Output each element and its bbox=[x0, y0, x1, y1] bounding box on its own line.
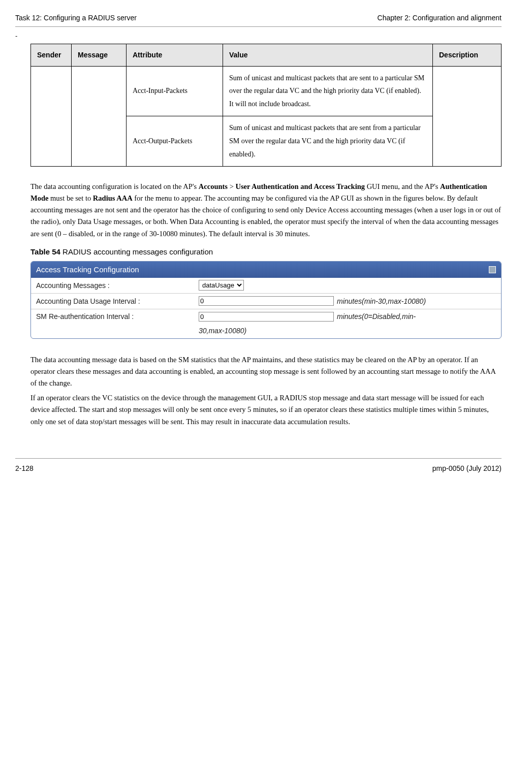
config-hint: minutes(min-30,max-10080) bbox=[337, 296, 426, 307]
page-header: Task 12: Configuring a RADIUS server Cha… bbox=[15, 12, 502, 23]
config-label: Accounting Data Usage Interval : bbox=[36, 296, 199, 307]
collapse-icon[interactable] bbox=[489, 266, 496, 273]
cell-description bbox=[433, 66, 502, 166]
config-row: Accounting Messages : dataUsage bbox=[31, 278, 501, 293]
dash-marker: - bbox=[15, 31, 502, 42]
footer-left: 2-128 bbox=[15, 463, 34, 474]
accounting-messages-select[interactable]: dataUsage bbox=[199, 280, 244, 291]
th-message: Message bbox=[72, 44, 127, 66]
header-right: Chapter 2: Configuration and alignment bbox=[378, 12, 502, 23]
config-hint-line2: 30,max-10080) bbox=[199, 325, 496, 336]
footer-right: pmp-0050 (July 2012) bbox=[432, 463, 502, 474]
config-row: Accounting Data Usage Interval : minutes… bbox=[31, 293, 501, 309]
paragraph-2: The data accounting message data is base… bbox=[30, 354, 502, 390]
th-description: Description bbox=[433, 44, 502, 66]
cell-attribute: Acct-Output-Packets bbox=[127, 116, 223, 167]
cell-attribute: Acct-Input-Packets bbox=[127, 66, 223, 116]
header-rule bbox=[15, 26, 502, 27]
panel-title: Access Tracking Configuration bbox=[36, 264, 139, 276]
panel-header: Access Tracking Configuration bbox=[31, 262, 501, 278]
attributes-table: Sender Message Attribute Value Descripti… bbox=[30, 44, 502, 167]
paragraph-3: If an operator clears the VC statistics … bbox=[30, 392, 502, 428]
th-attribute: Attribute bbox=[127, 44, 223, 66]
reauth-interval-input[interactable] bbox=[199, 312, 334, 322]
panel-body: Accounting Messages : dataUsage Accounti… bbox=[31, 278, 501, 338]
page-footer: 2-128 pmp-0050 (July 2012) bbox=[15, 458, 502, 474]
data-usage-interval-input[interactable] bbox=[199, 296, 334, 306]
table-row: Acct-Input-Packets Sum of unicast and mu… bbox=[31, 66, 502, 116]
cell-sender bbox=[31, 66, 72, 166]
cell-value: Sum of unicast and multicast packets tha… bbox=[223, 66, 433, 116]
config-label: SM Re-authentication Interval : bbox=[36, 311, 199, 322]
th-value: Value bbox=[223, 44, 433, 66]
config-label: Accounting Messages : bbox=[36, 280, 199, 291]
config-row: SM Re-authentication Interval : minutes(… bbox=[31, 309, 501, 338]
cell-value: Sum of unicast and multicast packets tha… bbox=[223, 116, 433, 167]
config-hint: minutes(0=Disabled,min- bbox=[337, 311, 416, 322]
cell-message bbox=[72, 66, 127, 166]
paragraph-1: The data accounting configuration is loc… bbox=[30, 181, 502, 240]
header-left: Task 12: Configuring a RADIUS server bbox=[15, 12, 137, 23]
table-caption: Table 54 RADIUS accounting messages conf… bbox=[30, 246, 502, 258]
config-panel: Access Tracking Configuration Accounting… bbox=[30, 261, 502, 339]
th-sender: Sender bbox=[31, 44, 72, 66]
